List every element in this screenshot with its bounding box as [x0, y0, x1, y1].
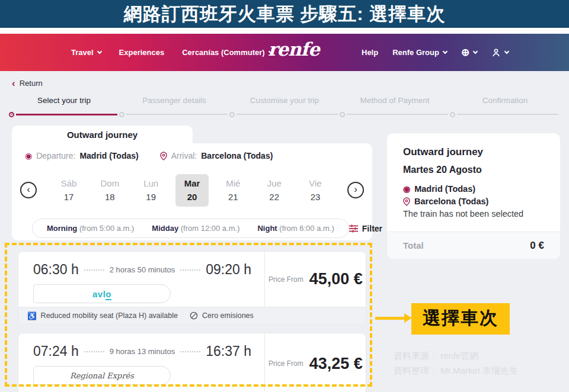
departure-label: Departure: — [36, 151, 75, 160]
filter-label: Filter — [362, 224, 382, 233]
nav-item-help[interactable]: Help — [362, 48, 378, 57]
step-method-of-payment: Method of Payment — [340, 96, 450, 118]
tutorial-title: 網路訂西班牙火車票 步驟五: 選擇車次 — [124, 2, 446, 27]
summary-destination: Barcelona (Todas) — [403, 197, 544, 206]
chevron-left-icon: ‹ — [12, 78, 15, 88]
nav-item-renfe-group[interactable]: Renfe Group — [392, 48, 447, 57]
departure-time: 07:24 h — [33, 343, 79, 359]
day-option[interactable]: Lun 19 — [135, 174, 168, 207]
chevron-down-icon — [443, 49, 447, 54]
zero-emissions-icon — [190, 311, 198, 320]
filter-morning[interactable]: Morning (from 5:00 a.m.) — [47, 224, 134, 233]
day-option[interactable]: Dom 18 — [93, 174, 126, 207]
price-panel: Price From 45,00 € — [266, 252, 366, 307]
day-option[interactable]: Sáb 17 — [52, 174, 85, 207]
watermark: 資料來源： renfe官網 資料整理： Mr.Market 市場先生 — [394, 348, 518, 378]
nav-item-experiences[interactable]: Experiences — [119, 48, 165, 57]
renfe-logo[interactable]: renfe — [268, 38, 319, 60]
day-option-selected[interactable]: Mar 20 — [175, 174, 209, 207]
avlo-logo: avlo — [92, 289, 111, 299]
price-from-label: Price From — [268, 275, 303, 284]
map-pin-icon — [160, 152, 167, 160]
day-option[interactable]: Jue 22 — [258, 174, 291, 207]
globe-icon: ⊕ — [461, 47, 469, 57]
summary-date: Martes 20 Agosto — [403, 165, 544, 175]
train-times: 06:30 h 2 horas 50 minutos 09:20 h avlo — [18, 252, 265, 307]
watermark-source: 資料來源： renfe官網 — [394, 348, 518, 363]
train-brand-badge: Regional Exprés — [33, 366, 171, 385]
carousel-next-button[interactable]: › — [347, 182, 364, 198]
day-option[interactable]: Mié 21 — [216, 174, 250, 207]
trip-duration: 2 horas 50 minutos — [110, 265, 175, 274]
duration-dotted-line — [180, 351, 200, 352]
step-select-your-trip[interactable]: Select your trip — [9, 96, 119, 118]
train-brand-badge: avlo — [33, 284, 171, 303]
summary-note: The train has not been selected — [403, 209, 544, 219]
tutorial-banner: 網路訂西班牙火車票 步驟五: 選擇車次 — [0, 0, 569, 28]
departure-target-icon: ◉ — [403, 185, 410, 193]
price-from-label: Price From — [268, 359, 303, 368]
step-idle-circle-icon — [119, 112, 124, 117]
train-result-avlo[interactable]: 06:30 h 2 horas 50 minutos 09:20 h avlo … — [18, 251, 366, 324]
carousel-prev-button[interactable]: ‹ — [20, 182, 37, 198]
step-idle-circle-icon — [229, 112, 235, 117]
regional-expres-label: Regional Exprés — [70, 371, 134, 380]
time-of-day-filters: Morning (from 5:00 a.m.) Midday (from 12… — [32, 219, 349, 238]
language-selector[interactable]: ⊕ — [461, 47, 477, 57]
summary-title: Outward journey — [403, 146, 544, 158]
annotation-arrow — [375, 317, 404, 320]
route-row: ◉ Departure: Madrid (Todas) Arrival: Bar… — [25, 151, 273, 160]
nav-item-travel[interactable]: Travel — [71, 48, 101, 57]
renfe-navbar: Travel Experiences Cercanías (Commuter) … — [0, 34, 569, 71]
price-panel: Price From 43,25 € — [266, 333, 366, 392]
tab-outward-journey[interactable]: Outward journey — [12, 126, 193, 144]
journey-summary-card: Outward journey Martes 20 Agosto ◉ Madri… — [387, 133, 560, 259]
step-passenger-details: Passenger details — [119, 96, 229, 118]
step-idle-circle-icon — [450, 112, 455, 117]
arrival-time: 16:37 h — [206, 343, 251, 359]
return-link[interactable]: ‹ Return — [12, 78, 43, 88]
duration-dotted-line — [84, 351, 104, 352]
departure-field[interactable]: ◉ Departure: Madrid (Todas) — [25, 151, 139, 160]
step-idle-circle-icon — [340, 112, 345, 117]
chevron-down-icon — [97, 49, 101, 54]
step-customise-your-trip: Customise your trip — [229, 96, 340, 118]
filter-night[interactable]: Night (from 6:00 a.m.) — [257, 224, 334, 233]
trip-duration: 9 horas 13 minutos — [110, 347, 175, 356]
arrival-time: 09:20 h — [206, 262, 251, 278]
filter-row: Morning (from 5:00 a.m.) Midday (from 12… — [32, 219, 358, 238]
filter-button[interactable]: Filter — [349, 224, 382, 233]
duration-dotted-line — [84, 269, 104, 271]
nav-left-group: Travel Experiences Cercanías (Commuter) — [71, 34, 273, 71]
day-list: Sáb 17 Dom 18 Lun 19 Mar 20 Mié 21 Jue 2… — [37, 174, 347, 207]
nav-right-group: Help Renfe Group ⊕ — [362, 34, 509, 71]
train-result-regional[interactable]: 07:24 h 9 horas 13 minutos 16:37 h Regio… — [18, 333, 366, 392]
date-carousel: ‹ Sáb 17 Dom 18 Lun 19 Mar 20 Mié 21 — [20, 169, 364, 211]
departure-value: Madrid (Todas) — [79, 151, 138, 160]
summary-origin: ◉ Madrid (Todas) — [403, 184, 544, 194]
banner-divider — [0, 28, 569, 34]
arrival-field[interactable]: Arrival: Barcelona (Todas) — [160, 151, 273, 160]
return-label: Return — [20, 79, 43, 88]
total-value: 0 € — [530, 240, 544, 252]
user-icon — [491, 48, 501, 57]
nav-item-cercanias[interactable]: Cercanías (Commuter) — [182, 48, 272, 57]
train-times: 07:24 h 9 horas 13 minutos 16:37 h Regio… — [18, 333, 265, 392]
total-label: Total — [403, 240, 424, 250]
arrival-value: Barcelona (Todas) — [201, 151, 273, 160]
chevron-down-icon — [473, 49, 478, 54]
departure-target-icon: ◉ — [25, 152, 32, 160]
emissions-text: Cero emisiones — [202, 311, 254, 320]
day-option[interactable]: Vie 23 — [299, 174, 332, 207]
price-value: 43,25 € — [309, 355, 363, 373]
filter-midday[interactable]: Midday (from 12:00 a.m.) — [152, 224, 239, 233]
step-active-radio-icon — [9, 112, 14, 117]
train-features-footer: ♿ Reduced mobility seat (Plaza H) availa… — [18, 307, 366, 324]
trip-search-card: ◉ Departure: Madrid (Todas) Arrival: Bar… — [12, 143, 372, 240]
wheelchair-icon: ♿ — [27, 311, 37, 320]
summary-total-row: Total 0 € — [387, 232, 560, 259]
accessibility-text: Reduced mobility seat (Plaza H) availabl… — [41, 311, 178, 320]
step-confirmation: Confirmation — [450, 96, 560, 118]
arrival-label: Arrival: — [171, 151, 197, 160]
account-menu[interactable] — [491, 48, 509, 57]
